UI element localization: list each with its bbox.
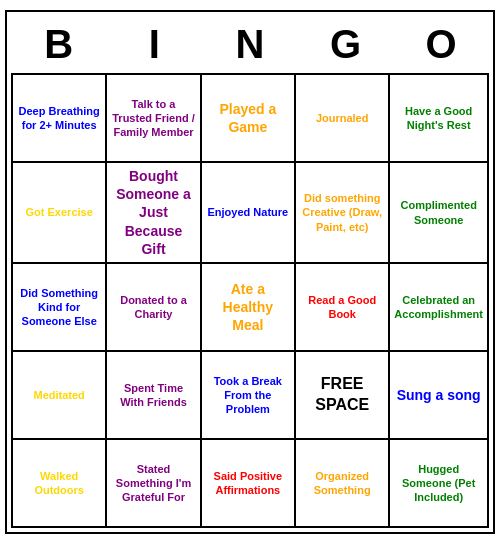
bingo-cell-12: Ate a Healthy Meal <box>202 264 296 352</box>
bingo-card: BINGO Deep Breathing for 2+ MinutesTalk … <box>5 10 495 534</box>
bingo-cell-1: Talk to a Trusted Friend / Family Member <box>107 75 201 163</box>
bingo-letter-o: O <box>397 22 485 67</box>
bingo-cell-22: Said Positive Affirmations <box>202 440 296 528</box>
bingo-cell-9: Complimented Someone <box>390 163 489 264</box>
bingo-grid: Deep Breathing for 2+ MinutesTalk to a T… <box>11 73 489 528</box>
bingo-cell-11: Donated to a Charity <box>107 264 201 352</box>
bingo-cell-8: Did something Creative (Draw, Paint, etc… <box>296 163 390 264</box>
bingo-cell-23: Organized Something <box>296 440 390 528</box>
bingo-cell-13: Read a Good Book <box>296 264 390 352</box>
bingo-letter-g: G <box>302 22 390 67</box>
bingo-cell-20: Walked Outdoors <box>13 440 107 528</box>
bingo-cell-18: FREE SPACE <box>296 352 390 440</box>
bingo-letter-n: N <box>206 22 294 67</box>
bingo-cell-0: Deep Breathing for 2+ Minutes <box>13 75 107 163</box>
bingo-cell-2: Played a Game <box>202 75 296 163</box>
bingo-cell-24: Hugged Someone (Pet Included) <box>390 440 489 528</box>
bingo-cell-10: Did Something Kind for Someone Else <box>13 264 107 352</box>
bingo-letter-i: I <box>110 22 198 67</box>
bingo-cell-6: Bought Someone a Just Because Gift <box>107 163 201 264</box>
bingo-header: BINGO <box>11 16 489 73</box>
bingo-cell-21: Stated Something I'm Grateful For <box>107 440 201 528</box>
bingo-cell-5: Got Exercise <box>13 163 107 264</box>
bingo-cell-17: Took a Break From the Problem <box>202 352 296 440</box>
bingo-cell-4: Have a Good Night's Rest <box>390 75 489 163</box>
bingo-cell-15: Meditated <box>13 352 107 440</box>
bingo-cell-7: Enjoyed Nature <box>202 163 296 264</box>
bingo-letter-b: B <box>15 22 103 67</box>
bingo-cell-16: Spent Time With Friends <box>107 352 201 440</box>
bingo-cell-3: Journaled <box>296 75 390 163</box>
bingo-cell-14: Celebrated an Accomplishment <box>390 264 489 352</box>
bingo-cell-19: Sung a song <box>390 352 489 440</box>
